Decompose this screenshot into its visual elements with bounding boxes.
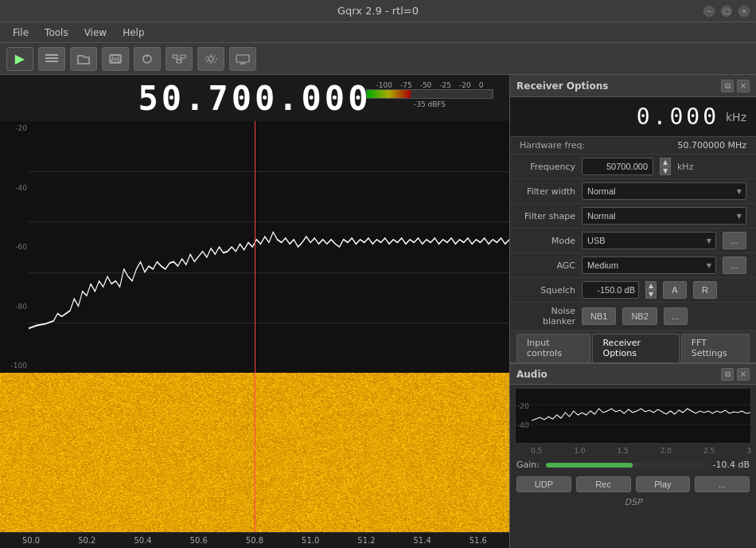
spectrum-waveform: [29, 121, 509, 373]
tab-receiver-options[interactable]: Receiver Options: [592, 334, 679, 362]
close-button[interactable]: ×: [738, 6, 750, 17]
menu-tools[interactable]: Tools: [38, 25, 75, 40]
audio-float-button[interactable]: ⧉: [721, 368, 734, 381]
mode-extra-button[interactable]: ...: [723, 232, 746, 249]
signal-bar: [366, 89, 493, 99]
io-button[interactable]: [134, 47, 161, 71]
nb-extra-button[interactable]: ...: [664, 307, 688, 325]
noise-blanker-label: Noise blanker: [520, 306, 575, 327]
hardware-freq-value: 50.700000 MHz: [677, 140, 746, 151]
freq-tick-6: 51.0: [283, 536, 338, 545]
audio-extra-button[interactable]: ...: [695, 476, 750, 492]
main-area: 50.700.000 -100 -75 -50 -25 -20 0 -35 dB…: [0, 75, 756, 548]
meter-scale: -100 -75 -50 -25 -20 0: [376, 81, 484, 89]
spectrum-canvas: -20 -40 -60 -80 -100: [0, 121, 509, 373]
network-button[interactable]: [166, 47, 193, 71]
squelch-r-button[interactable]: R: [693, 281, 717, 299]
svg-rect-10: [177, 60, 181, 63]
mode-row: Mode USB LSB AM FM CW-L CW-U ...: [510, 229, 756, 253]
squelch-spinner: ▲ ▼: [645, 281, 657, 299]
freq-tick-7: 51.2: [338, 536, 394, 545]
svg-rect-1: [45, 57, 58, 59]
mode-select[interactable]: USB LSB AM FM CW-L CW-U: [582, 232, 716, 249]
filter-width-label: Filter width: [520, 186, 575, 197]
squelch-a-button[interactable]: A: [663, 281, 687, 299]
svg-point-13: [208, 57, 213, 61]
app-title: Gqrx 2.9 - rtl=0: [337, 5, 419, 17]
audio-db-label-20: -20: [517, 402, 529, 410]
freq-down-button[interactable]: ▼: [660, 166, 671, 175]
frequency-unit: kHz: [677, 162, 693, 172]
dsp-label: DSP: [510, 495, 756, 511]
rec-button[interactable]: Rec: [576, 476, 631, 492]
mode-select-wrapper: USB LSB AM FM CW-L CW-U: [582, 232, 716, 249]
filter-width-row: Filter width Normal Wide Narrow Custom: [510, 179, 756, 204]
waterfall-center-line: [255, 373, 255, 532]
play-button[interactable]: ▶: [6, 47, 33, 71]
gain-label: Gain:: [516, 460, 540, 470]
offset-readout: 0.000: [637, 104, 719, 130]
squelch-down-button[interactable]: ▼: [645, 290, 657, 299]
hardware-frequency-row: Hardware freq: 50.700000 MHz: [510, 137, 756, 155]
signal-meter: -100 -75 -50 -25 -20 0 -35 dBFS: [366, 81, 493, 108]
audio-waveform-background: -20 -40: [516, 389, 750, 443]
menu-help[interactable]: Help: [116, 25, 150, 40]
nb1-button[interactable]: NB1: [582, 307, 616, 325]
freq-up-button[interactable]: ▲: [660, 158, 671, 166]
filter-shape-select-wrapper: Normal Sharp Soft: [582, 207, 746, 225]
frequency-spinner: ▲ ▼: [660, 158, 671, 175]
panel-float-button[interactable]: ⧉: [721, 80, 734, 92]
receiver-options-title: Receiver Options: [516, 80, 608, 92]
db-scale: -20 -40 -60 -80 -100: [0, 121, 29, 373]
filter-shape-label: Filter shape: [520, 211, 575, 221]
waterfall-display[interactable]: [0, 373, 509, 532]
devices-button[interactable]: [229, 47, 256, 71]
agc-select-wrapper: Medium Fast Slow Off: [582, 256, 716, 274]
frequency-label: Frequency: [520, 162, 575, 172]
noise-blanker-row: Noise blanker NB1 NB2 ...: [510, 303, 756, 331]
tab-input-controls[interactable]: Input controls: [516, 334, 590, 362]
audio-time-axis: 0.5 1.0 1.5 2.0 2.5 3: [510, 447, 756, 456]
filter-width-select[interactable]: Normal Wide Narrow Custom: [582, 182, 746, 200]
agc-select[interactable]: Medium Fast Slow Off: [582, 256, 716, 274]
agc-extra-button[interactable]: ...: [723, 256, 746, 274]
nb2-button[interactable]: NB2: [622, 307, 657, 325]
settings-button[interactable]: [197, 47, 224, 71]
offset-frequency-display: 0.000 kHz: [510, 97, 756, 137]
open-button[interactable]: [70, 47, 97, 71]
gain-slider[interactable]: [546, 463, 703, 468]
menu-view[interactable]: View: [78, 25, 113, 40]
play-button[interactable]: Play: [636, 476, 691, 492]
squelch-up-button[interactable]: ▲: [645, 281, 657, 290]
squelch-row: Squelch ▲ ▼ A R: [510, 278, 756, 303]
audio-waveform-display: -20 -40: [515, 388, 751, 444]
svg-rect-8: [173, 55, 177, 58]
audio-close-button[interactable]: ×: [737, 368, 750, 381]
menubar: File Tools View Help: [0, 22, 756, 43]
panel-header-buttons: ⧉ ×: [721, 80, 750, 92]
udp-button[interactable]: UDP: [516, 476, 571, 492]
bookmark-button[interactable]: [38, 47, 65, 71]
panel-close-button[interactable]: ×: [737, 80, 750, 92]
freq-tick-9: 51.6: [450, 536, 506, 545]
freq-tick-1: 50.0: [3, 536, 59, 545]
freq-tick-5: 50.8: [227, 536, 283, 545]
svg-rect-5: [111, 60, 119, 62]
squelch-input[interactable]: [582, 281, 639, 299]
audio-buttons: UDP Rec Play ...: [510, 473, 756, 495]
minimize-button[interactable]: −: [703, 6, 715, 17]
spectrum-background: -20 -40 -60 -80 -100: [0, 121, 509, 373]
filter-shape-select[interactable]: Normal Sharp Soft: [582, 207, 746, 225]
frequency-input[interactable]: [582, 158, 653, 175]
save-button[interactable]: [102, 47, 129, 71]
tab-fft-settings[interactable]: FFT Settings: [681, 334, 750, 362]
offset-unit: kHz: [726, 111, 746, 123]
filter-width-select-wrapper: Normal Wide Narrow Custom: [582, 182, 746, 200]
menu-file[interactable]: File: [6, 25, 35, 40]
freq-tick-4: 50.6: [171, 536, 227, 545]
gain-value: -10.4 dB: [710, 460, 750, 470]
maximize-button[interactable]: □: [721, 6, 732, 17]
audio-panel: Audio ⧉ × -20 -40: [510, 363, 756, 548]
svg-rect-9: [181, 55, 185, 58]
hardware-freq-label: Hardware freq:: [520, 140, 585, 151]
